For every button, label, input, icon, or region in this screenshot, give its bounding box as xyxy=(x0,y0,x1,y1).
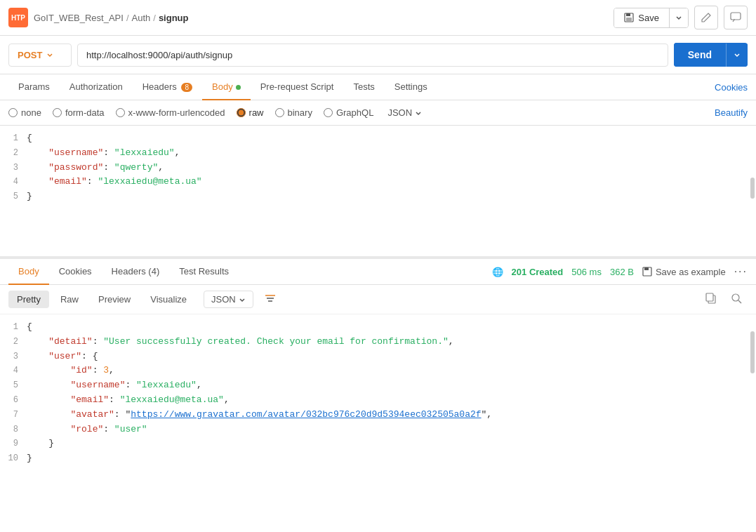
request-body-editor[interactable]: 1 { 2 "username": "lexxaiedu", 3 "passwo… xyxy=(0,126,756,259)
response-scrollbar-thumb[interactable] xyxy=(750,331,755,373)
save-button[interactable]: Save xyxy=(614,8,669,27)
tab-headers[interactable]: Headers 8 xyxy=(133,74,202,100)
avatar-link[interactable]: https://www.gravatar.com/avatar/032bc976… xyxy=(131,409,481,420)
resp-tab-body[interactable]: Body xyxy=(8,259,49,285)
tab-tests[interactable]: Tests xyxy=(343,74,384,100)
resp-line-6: 6 "email": "lexxaiedu@meta.ua", xyxy=(0,393,756,408)
svg-rect-2 xyxy=(626,18,632,21)
resp-tab-cookies[interactable]: Cookies xyxy=(49,259,102,285)
copy-icon xyxy=(705,293,717,304)
view-tab-raw[interactable]: Raw xyxy=(52,291,87,308)
body-type-urlencoded[interactable]: x-www-form-urlencoded xyxy=(116,107,225,118)
request-editor-scrollbar-thumb[interactable] xyxy=(750,178,755,199)
comment-icon xyxy=(730,12,741,23)
breadcrumb-folder: Auth xyxy=(132,13,151,23)
body-type-binary-radio[interactable] xyxy=(275,108,284,117)
send-chevron-icon xyxy=(734,51,741,58)
request-tabs: Params Authorization Headers 8 Body Pre-… xyxy=(0,74,756,100)
cookies-link[interactable]: Cookies xyxy=(715,82,748,93)
breadcrumb-sep2: / xyxy=(153,13,156,23)
code-line-5: 5 } xyxy=(0,189,756,204)
filter-icon xyxy=(265,293,276,303)
resp-format-chevron-icon xyxy=(239,296,246,303)
method-label: POST xyxy=(18,50,42,60)
breadcrumb-collection: GoIT_WEB_Rest_API xyxy=(34,13,124,23)
json-chevron-icon xyxy=(415,109,422,117)
copy-button[interactable] xyxy=(700,289,722,310)
response-meta: 🌐 201 Created 506 ms 362 B Save as examp… xyxy=(492,265,748,278)
resp-line-9: 9 } xyxy=(0,437,756,451)
send-button[interactable]: Send xyxy=(674,43,726,67)
method-selector[interactable]: POST xyxy=(8,44,72,67)
svg-line-12 xyxy=(738,300,741,303)
tab-params[interactable]: Params xyxy=(8,74,60,100)
body-type-graphql[interactable]: GraphQL xyxy=(324,107,373,118)
body-type-form-data[interactable]: form-data xyxy=(53,107,105,118)
response-tabs-bar: Body Cookies Headers (4) Test Results 🌐 … xyxy=(0,259,756,285)
resp-line-2: 2 "detail": "User successfully created. … xyxy=(0,335,756,350)
code-line-3: 3 "password": "qwerty", xyxy=(0,161,756,175)
resp-tab-test-results[interactable]: Test Results xyxy=(169,259,239,285)
filter-button[interactable] xyxy=(259,290,281,309)
tab-authorization[interactable]: Authorization xyxy=(60,74,133,100)
view-tab-pretty[interactable]: Pretty xyxy=(8,291,49,308)
body-dot xyxy=(236,85,241,90)
body-type-form-data-radio[interactable] xyxy=(53,108,62,117)
response-body-viewer: 1 { 2 "detail": "User successfully creat… xyxy=(0,314,756,483)
response-tabs: Body Cookies Headers (4) Test Results xyxy=(8,259,239,284)
response-view-bar: Pretty Raw Preview Visualize JSON xyxy=(0,285,756,314)
resp-line-10: 10 } xyxy=(0,451,756,466)
breadcrumb-current: signup xyxy=(159,13,189,23)
code-line-4: 4 "email": "lexxaiedu@meta.ua" xyxy=(0,175,756,189)
svg-rect-10 xyxy=(706,293,713,301)
tab-body[interactable]: Body xyxy=(202,74,251,100)
search-icon xyxy=(731,293,742,304)
body-type-bar: none form-data x-www-form-urlencoded raw… xyxy=(0,100,756,126)
body-type-urlencoded-radio[interactable] xyxy=(116,108,125,117)
response-time: 506 ms xyxy=(571,267,602,277)
svg-point-11 xyxy=(732,294,739,301)
response-format-selector[interactable]: JSON xyxy=(204,291,253,308)
body-type-raw[interactable]: raw xyxy=(237,107,264,118)
svg-rect-5 xyxy=(644,267,649,270)
app-icon: HTP xyxy=(8,8,28,27)
tab-pre-request-script[interactable]: Pre-request Script xyxy=(251,74,344,100)
resp-tab-headers[interactable]: Headers (4) xyxy=(102,259,170,285)
view-tab-visualize[interactable]: Visualize xyxy=(142,291,195,308)
url-input[interactable] xyxy=(77,44,668,67)
body-type-graphql-radio[interactable] xyxy=(324,108,333,117)
search-button[interactable] xyxy=(725,289,748,310)
save-example-icon xyxy=(642,267,652,277)
breadcrumb-sep1: / xyxy=(126,13,129,23)
chevron-down-icon xyxy=(675,14,682,21)
save-icon xyxy=(624,13,634,22)
resp-line-1: 1 { xyxy=(0,320,756,335)
svg-rect-3 xyxy=(731,13,741,20)
view-tab-preview[interactable]: Preview xyxy=(90,291,139,308)
more-options-button[interactable]: ··· xyxy=(734,265,748,278)
resp-line-3: 3 "user": { xyxy=(0,350,756,364)
globe-icon: 🌐 xyxy=(492,267,503,277)
top-bar: HTP GoIT_WEB_Rest_API / Auth / signup Sa… xyxy=(0,0,756,36)
breadcrumb: GoIT_WEB_Rest_API / Auth / signup xyxy=(34,13,608,23)
comment-button[interactable] xyxy=(724,6,748,29)
send-button-group: Send xyxy=(674,43,748,67)
edit-button[interactable] xyxy=(694,6,718,29)
code-line-2: 2 "username": "lexxaiedu", xyxy=(0,146,756,161)
resp-line-7: 7 "avatar": "https://www.gravatar.com/av… xyxy=(0,408,756,423)
save-dropdown-button[interactable] xyxy=(669,8,688,27)
json-format-selector[interactable]: JSON xyxy=(385,106,425,119)
body-type-none-radio[interactable] xyxy=(8,108,18,117)
body-type-none[interactable]: none xyxy=(8,107,41,118)
request-editor-scrollbar[interactable] xyxy=(750,126,755,256)
resp-line-5: 5 "username": "lexxaiedu", xyxy=(0,378,756,393)
body-type-raw-radio[interactable] xyxy=(237,108,246,117)
response-scrollbar[interactable] xyxy=(750,314,755,483)
tab-settings[interactable]: Settings xyxy=(385,74,437,100)
save-as-example-button[interactable]: Save as example xyxy=(642,267,726,277)
body-type-binary[interactable]: binary xyxy=(275,107,312,118)
response-size: 362 B xyxy=(610,267,634,277)
beautify-button[interactable]: Beautify xyxy=(715,107,748,118)
url-bar: POST Send xyxy=(0,36,756,74)
send-dropdown-button[interactable] xyxy=(726,44,748,67)
